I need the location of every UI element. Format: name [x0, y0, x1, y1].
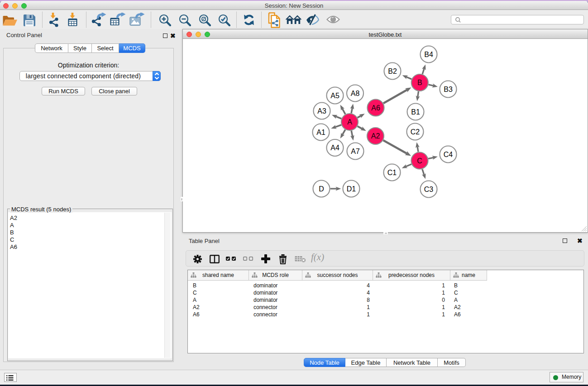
- svg-text:B4: B4: [424, 51, 433, 58]
- svg-text:B2: B2: [388, 67, 397, 75]
- svg-text:A8: A8: [351, 90, 360, 97]
- svg-text:D1: D1: [347, 185, 356, 193]
- svg-text:C1: C1: [387, 169, 397, 176]
- svg-text:A3: A3: [317, 107, 326, 115]
- svg-text:C2: C2: [411, 128, 420, 136]
- svg-text:A4: A4: [330, 144, 339, 152]
- svg-text:C3: C3: [424, 186, 434, 193]
- svg-text:A1: A1: [316, 129, 325, 136]
- svg-text:A5: A5: [330, 92, 339, 100]
- svg-text:B1: B1: [411, 108, 420, 116]
- svg-text:A7: A7: [351, 148, 360, 155]
- svg-text:A2: A2: [371, 132, 380, 140]
- svg-text:C4: C4: [444, 151, 453, 158]
- svg-text:B3: B3: [444, 86, 453, 93]
- svg-text:C: C: [417, 157, 422, 165]
- svg-text:D: D: [319, 185, 324, 193]
- svg-text:B: B: [417, 79, 422, 86]
- svg-text:A6: A6: [371, 104, 380, 112]
- svg-text:A: A: [347, 118, 352, 126]
